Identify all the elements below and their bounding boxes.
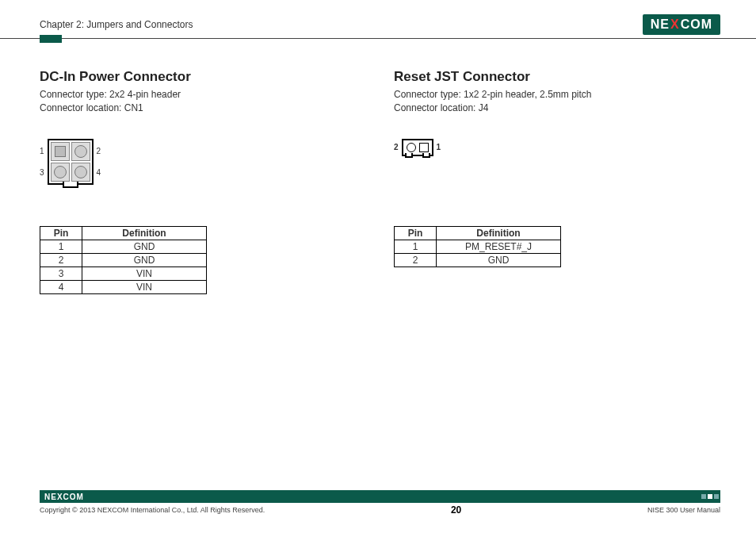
page-header: Chapter 2: Jumpers and Connectors NEXCOM: [0, 0, 756, 39]
logo-text-x: X: [670, 17, 680, 32]
main-content: DC-In Power Connector Connector type: 2x…: [0, 39, 756, 294]
th-pin: Pin: [395, 226, 437, 240]
table-row: 1GND: [40, 240, 207, 253]
connector-2x2-icon: [48, 139, 94, 185]
page-number: 20: [451, 504, 461, 516]
connector-jst-icon: [402, 139, 433, 156]
pin-label-1: 1: [40, 147, 44, 155]
reset-jst-location: Connector location: J4: [394, 102, 716, 115]
jst-pin1-icon: [419, 143, 429, 152]
jst-notch-right-icon: [422, 153, 430, 158]
th-def: Definition: [82, 226, 207, 240]
jst-pin-label-2: 2: [394, 143, 399, 151]
jst-pin2-icon: [407, 143, 416, 152]
th-def: Definition: [437, 226, 561, 240]
manual-name: NISE 300 User Manual: [647, 506, 720, 514]
chapter-label: Chapter 2: Jumpers and Connectors: [40, 19, 193, 30]
table-row: 3VIN: [40, 266, 207, 280]
reset-jst-title: Reset JST Connector: [394, 69, 716, 85]
dc-in-pin-table: Pin Definition 1GND 2GND 3VIN 4VIN: [40, 226, 207, 294]
pin-label-3: 3: [40, 168, 44, 177]
pin-4-icon: [71, 163, 90, 182]
table-row: 1PM_RESET#_J: [395, 240, 561, 253]
dc-in-location: Connector location: CN1: [40, 102, 362, 115]
dc-in-type: Connector type: 2x2 4-pin header: [40, 88, 362, 102]
footer-text: Copyright © 2013 NEXCOM International Co…: [40, 504, 720, 516]
table-row: 2GND: [40, 253, 207, 266]
jst-pin-label-1: 1: [437, 143, 441, 151]
footer-logo: NEXCOM: [40, 493, 84, 501]
footer-decor-icon: [701, 494, 720, 499]
pin-1-icon: [51, 142, 70, 161]
header-accent-bar: [40, 35, 62, 43]
nexcom-logo: NEXCOM: [643, 14, 720, 35]
footer-bar: NEXCOM: [40, 490, 720, 503]
connector-notch-icon: [63, 182, 78, 188]
dc-in-title: DC-In Power Connector: [40, 69, 362, 85]
right-column: Reset JST Connector Connector type: 1x2 …: [394, 69, 716, 294]
pin-label-2: 2: [97, 147, 101, 155]
reset-jst-diagram: 2 1: [394, 139, 716, 202]
jst-notch-left-icon: [405, 153, 413, 158]
th-pin: Pin: [40, 226, 82, 240]
reset-jst-pin-table: Pin Definition 1PM_RESET#_J 2GND: [394, 226, 561, 267]
pin-3-icon: [51, 163, 70, 182]
pin-2-icon: [71, 142, 90, 161]
logo-text-post: COM: [681, 17, 712, 32]
table-row: 2GND: [395, 253, 561, 266]
reset-jst-type: Connector type: 1x2 2-pin header, 2.5mm …: [394, 88, 716, 102]
logo-text-pre: NE: [651, 17, 670, 32]
dc-in-diagram: 1 3 2 4: [40, 139, 362, 202]
left-column: DC-In Power Connector Connector type: 2x…: [40, 69, 362, 294]
copyright-text: Copyright © 2013 NEXCOM International Co…: [40, 506, 265, 514]
table-row: 4VIN: [40, 280, 207, 293]
pin-label-4: 4: [97, 168, 101, 177]
